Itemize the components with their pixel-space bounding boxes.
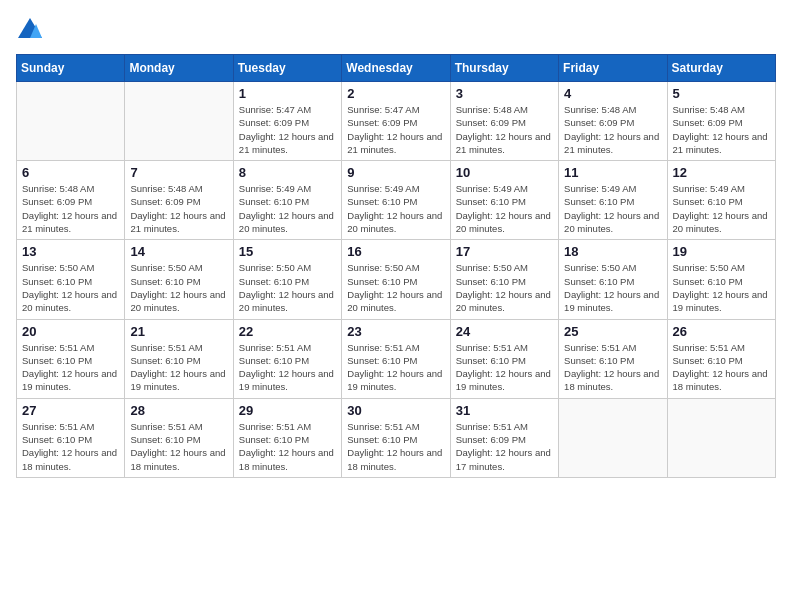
calendar-day-cell: 17Sunrise: 5:50 AM Sunset: 6:10 PM Dayli… bbox=[450, 240, 558, 319]
calendar-day-cell: 14Sunrise: 5:50 AM Sunset: 6:10 PM Dayli… bbox=[125, 240, 233, 319]
calendar-week-row: 20Sunrise: 5:51 AM Sunset: 6:10 PM Dayli… bbox=[17, 319, 776, 398]
day-info: Sunrise: 5:49 AM Sunset: 6:10 PM Dayligh… bbox=[673, 182, 770, 235]
day-info: Sunrise: 5:49 AM Sunset: 6:10 PM Dayligh… bbox=[347, 182, 444, 235]
day-number: 2 bbox=[347, 86, 444, 101]
weekday-header: Monday bbox=[125, 55, 233, 82]
calendar-day-cell bbox=[17, 82, 125, 161]
calendar-day-cell: 1Sunrise: 5:47 AM Sunset: 6:09 PM Daylig… bbox=[233, 82, 341, 161]
day-number: 1 bbox=[239, 86, 336, 101]
day-info: Sunrise: 5:48 AM Sunset: 6:09 PM Dayligh… bbox=[130, 182, 227, 235]
day-info: Sunrise: 5:51 AM Sunset: 6:10 PM Dayligh… bbox=[456, 341, 553, 394]
calendar-week-row: 6Sunrise: 5:48 AM Sunset: 6:09 PM Daylig… bbox=[17, 161, 776, 240]
day-number: 12 bbox=[673, 165, 770, 180]
calendar-day-cell: 2Sunrise: 5:47 AM Sunset: 6:09 PM Daylig… bbox=[342, 82, 450, 161]
day-number: 9 bbox=[347, 165, 444, 180]
calendar-day-cell: 9Sunrise: 5:49 AM Sunset: 6:10 PM Daylig… bbox=[342, 161, 450, 240]
calendar-day-cell: 23Sunrise: 5:51 AM Sunset: 6:10 PM Dayli… bbox=[342, 319, 450, 398]
day-number: 19 bbox=[673, 244, 770, 259]
calendar-day-cell: 29Sunrise: 5:51 AM Sunset: 6:10 PM Dayli… bbox=[233, 398, 341, 477]
calendar-day-cell bbox=[667, 398, 775, 477]
calendar-day-cell: 27Sunrise: 5:51 AM Sunset: 6:10 PM Dayli… bbox=[17, 398, 125, 477]
calendar-day-cell: 10Sunrise: 5:49 AM Sunset: 6:10 PM Dayli… bbox=[450, 161, 558, 240]
day-number: 7 bbox=[130, 165, 227, 180]
day-info: Sunrise: 5:50 AM Sunset: 6:10 PM Dayligh… bbox=[239, 261, 336, 314]
calendar-table: SundayMondayTuesdayWednesdayThursdayFrid… bbox=[16, 54, 776, 478]
day-number: 17 bbox=[456, 244, 553, 259]
calendar-day-cell: 15Sunrise: 5:50 AM Sunset: 6:10 PM Dayli… bbox=[233, 240, 341, 319]
day-number: 30 bbox=[347, 403, 444, 418]
day-info: Sunrise: 5:50 AM Sunset: 6:10 PM Dayligh… bbox=[673, 261, 770, 314]
calendar-day-cell: 19Sunrise: 5:50 AM Sunset: 6:10 PM Dayli… bbox=[667, 240, 775, 319]
page-header bbox=[16, 16, 776, 44]
day-info: Sunrise: 5:49 AM Sunset: 6:10 PM Dayligh… bbox=[456, 182, 553, 235]
calendar-day-cell bbox=[125, 82, 233, 161]
day-info: Sunrise: 5:48 AM Sunset: 6:09 PM Dayligh… bbox=[456, 103, 553, 156]
day-number: 16 bbox=[347, 244, 444, 259]
calendar-day-cell: 22Sunrise: 5:51 AM Sunset: 6:10 PM Dayli… bbox=[233, 319, 341, 398]
day-number: 25 bbox=[564, 324, 661, 339]
day-info: Sunrise: 5:47 AM Sunset: 6:09 PM Dayligh… bbox=[239, 103, 336, 156]
day-number: 20 bbox=[22, 324, 119, 339]
calendar-day-cell bbox=[559, 398, 667, 477]
day-info: Sunrise: 5:51 AM Sunset: 6:10 PM Dayligh… bbox=[239, 420, 336, 473]
day-number: 3 bbox=[456, 86, 553, 101]
calendar-day-cell: 21Sunrise: 5:51 AM Sunset: 6:10 PM Dayli… bbox=[125, 319, 233, 398]
calendar-day-cell: 31Sunrise: 5:51 AM Sunset: 6:09 PM Dayli… bbox=[450, 398, 558, 477]
calendar-day-cell: 24Sunrise: 5:51 AM Sunset: 6:10 PM Dayli… bbox=[450, 319, 558, 398]
day-number: 10 bbox=[456, 165, 553, 180]
day-number: 5 bbox=[673, 86, 770, 101]
weekday-header: Friday bbox=[559, 55, 667, 82]
calendar-day-cell: 8Sunrise: 5:49 AM Sunset: 6:10 PM Daylig… bbox=[233, 161, 341, 240]
calendar-day-cell: 7Sunrise: 5:48 AM Sunset: 6:09 PM Daylig… bbox=[125, 161, 233, 240]
day-info: Sunrise: 5:48 AM Sunset: 6:09 PM Dayligh… bbox=[564, 103, 661, 156]
day-info: Sunrise: 5:49 AM Sunset: 6:10 PM Dayligh… bbox=[239, 182, 336, 235]
calendar-day-cell: 16Sunrise: 5:50 AM Sunset: 6:10 PM Dayli… bbox=[342, 240, 450, 319]
calendar-day-cell: 18Sunrise: 5:50 AM Sunset: 6:10 PM Dayli… bbox=[559, 240, 667, 319]
day-info: Sunrise: 5:49 AM Sunset: 6:10 PM Dayligh… bbox=[564, 182, 661, 235]
day-number: 11 bbox=[564, 165, 661, 180]
calendar-day-cell: 4Sunrise: 5:48 AM Sunset: 6:09 PM Daylig… bbox=[559, 82, 667, 161]
day-info: Sunrise: 5:47 AM Sunset: 6:09 PM Dayligh… bbox=[347, 103, 444, 156]
calendar-day-cell: 26Sunrise: 5:51 AM Sunset: 6:10 PM Dayli… bbox=[667, 319, 775, 398]
calendar-week-row: 13Sunrise: 5:50 AM Sunset: 6:10 PM Dayli… bbox=[17, 240, 776, 319]
day-info: Sunrise: 5:51 AM Sunset: 6:09 PM Dayligh… bbox=[456, 420, 553, 473]
calendar-day-cell: 13Sunrise: 5:50 AM Sunset: 6:10 PM Dayli… bbox=[17, 240, 125, 319]
day-info: Sunrise: 5:51 AM Sunset: 6:10 PM Dayligh… bbox=[130, 420, 227, 473]
calendar-day-cell: 30Sunrise: 5:51 AM Sunset: 6:10 PM Dayli… bbox=[342, 398, 450, 477]
day-info: Sunrise: 5:48 AM Sunset: 6:09 PM Dayligh… bbox=[673, 103, 770, 156]
day-info: Sunrise: 5:50 AM Sunset: 6:10 PM Dayligh… bbox=[456, 261, 553, 314]
day-info: Sunrise: 5:50 AM Sunset: 6:10 PM Dayligh… bbox=[130, 261, 227, 314]
day-info: Sunrise: 5:50 AM Sunset: 6:10 PM Dayligh… bbox=[564, 261, 661, 314]
weekday-header: Saturday bbox=[667, 55, 775, 82]
calendar-day-cell: 11Sunrise: 5:49 AM Sunset: 6:10 PM Dayli… bbox=[559, 161, 667, 240]
day-number: 29 bbox=[239, 403, 336, 418]
calendar-day-cell: 12Sunrise: 5:49 AM Sunset: 6:10 PM Dayli… bbox=[667, 161, 775, 240]
day-info: Sunrise: 5:51 AM Sunset: 6:10 PM Dayligh… bbox=[673, 341, 770, 394]
day-number: 22 bbox=[239, 324, 336, 339]
day-number: 8 bbox=[239, 165, 336, 180]
day-number: 28 bbox=[130, 403, 227, 418]
day-info: Sunrise: 5:51 AM Sunset: 6:10 PM Dayligh… bbox=[239, 341, 336, 394]
calendar-week-row: 27Sunrise: 5:51 AM Sunset: 6:10 PM Dayli… bbox=[17, 398, 776, 477]
calendar-header-row: SundayMondayTuesdayWednesdayThursdayFrid… bbox=[17, 55, 776, 82]
day-number: 27 bbox=[22, 403, 119, 418]
calendar-day-cell: 5Sunrise: 5:48 AM Sunset: 6:09 PM Daylig… bbox=[667, 82, 775, 161]
day-number: 4 bbox=[564, 86, 661, 101]
logo-icon bbox=[16, 16, 44, 44]
day-info: Sunrise: 5:51 AM Sunset: 6:10 PM Dayligh… bbox=[347, 420, 444, 473]
day-info: Sunrise: 5:51 AM Sunset: 6:10 PM Dayligh… bbox=[347, 341, 444, 394]
calendar-day-cell: 6Sunrise: 5:48 AM Sunset: 6:09 PM Daylig… bbox=[17, 161, 125, 240]
weekday-header: Thursday bbox=[450, 55, 558, 82]
day-number: 24 bbox=[456, 324, 553, 339]
weekday-header: Sunday bbox=[17, 55, 125, 82]
day-number: 31 bbox=[456, 403, 553, 418]
day-info: Sunrise: 5:51 AM Sunset: 6:10 PM Dayligh… bbox=[564, 341, 661, 394]
day-info: Sunrise: 5:50 AM Sunset: 6:10 PM Dayligh… bbox=[347, 261, 444, 314]
day-info: Sunrise: 5:51 AM Sunset: 6:10 PM Dayligh… bbox=[22, 420, 119, 473]
day-info: Sunrise: 5:48 AM Sunset: 6:09 PM Dayligh… bbox=[22, 182, 119, 235]
day-number: 13 bbox=[22, 244, 119, 259]
calendar-week-row: 1Sunrise: 5:47 AM Sunset: 6:09 PM Daylig… bbox=[17, 82, 776, 161]
calendar-day-cell: 28Sunrise: 5:51 AM Sunset: 6:10 PM Dayli… bbox=[125, 398, 233, 477]
day-number: 21 bbox=[130, 324, 227, 339]
day-number: 15 bbox=[239, 244, 336, 259]
